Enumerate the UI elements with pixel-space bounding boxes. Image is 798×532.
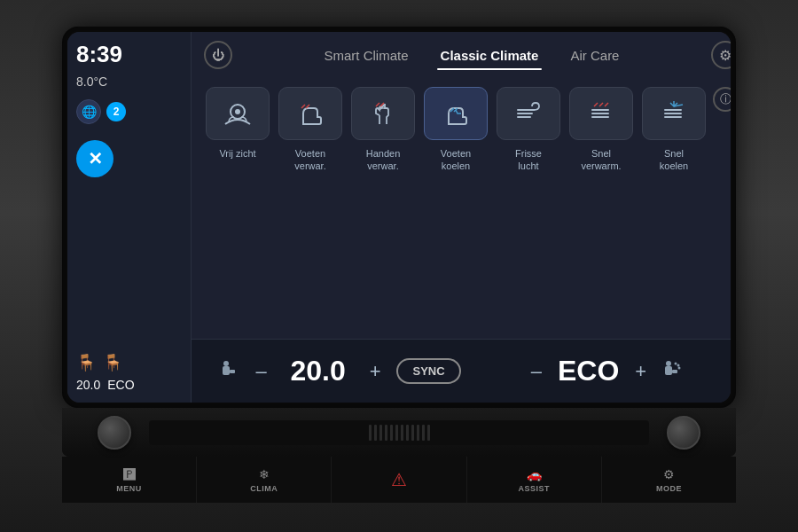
clima-icon: ❄	[259, 467, 270, 481]
time-display: 8:39	[76, 43, 182, 66]
sidebar: 8:39 8.0°C 🌐 2 ✕ 🪑 🪑 20.0 ECO	[67, 32, 192, 403]
sidebar-bottom: 🪑 🪑 20.0 ECO	[76, 353, 182, 392]
left-temp-control: – 20.0 + SYNC	[209, 355, 472, 387]
snel-verwarm-button[interactable]: Snelverwarm.	[569, 87, 633, 173]
seat-icons-row: 🪑 🪑	[76, 353, 182, 372]
clima-button[interactable]: ❄ CLIMA	[197, 457, 332, 503]
right-eco-plus[interactable]: +	[628, 356, 653, 387]
top-bar: ⏻ Smart Climate Classic Climate Air Care…	[192, 32, 731, 74]
tab-smart-climate[interactable]: Smart Climate	[309, 43, 425, 68]
menu-label: MENU	[116, 484, 142, 493]
vent-slot	[427, 425, 430, 441]
info-button[interactable]: ⓘ	[713, 87, 731, 112]
svg-rect-6	[672, 370, 677, 373]
sidebar-eco-mode: ECO	[107, 378, 134, 392]
vent-slot	[379, 425, 382, 441]
voeten-koelen-icon	[424, 87, 488, 140]
snel-koelen-label: Snelkoelen	[660, 147, 688, 173]
svg-point-1	[235, 109, 240, 114]
assist-label: ASSIST	[518, 484, 550, 493]
seat-fan-icon: 🪑	[103, 353, 122, 372]
right-eco-minus[interactable]: –	[524, 356, 549, 387]
left-temp-plus[interactable]: +	[363, 356, 388, 387]
mode-label: MODE	[656, 484, 682, 493]
right-eco-value: ECO	[558, 355, 619, 387]
hazard-button[interactable]: ⚠	[332, 457, 466, 503]
power-button[interactable]: ⏻	[204, 41, 232, 69]
sync-button[interactable]: SYNC	[396, 358, 460, 384]
vrij-zicht-icon	[206, 87, 270, 140]
vrij-zicht-button[interactable]: Vrij zicht	[206, 87, 270, 173]
svg-point-7	[666, 361, 671, 366]
voeten-verwar-label: Voetenverwar.	[294, 147, 325, 173]
screen: 8:39 8.0°C 🌐 2 ✕ 🪑 🪑 20.0 ECO	[67, 32, 731, 403]
snel-verwarm-label: Snelverwarm.	[581, 147, 621, 173]
seat-heat-icon: 🪑	[76, 353, 96, 372]
svg-point-9	[677, 364, 680, 366]
handen-verwar-icon	[351, 87, 415, 140]
notification-badge: 2	[106, 102, 126, 121]
tab-air-care[interactable]: Air Care	[554, 43, 635, 68]
vent-slot	[422, 425, 425, 441]
left-seat-icon	[220, 359, 239, 384]
control-bar: – 20.0 + SYNC – ECO +	[192, 339, 731, 403]
snel-koelen-button[interactable]: Snelkoelen	[642, 87, 706, 173]
right-eco-control: – ECO +	[472, 355, 731, 387]
vent-slot	[417, 425, 419, 441]
svg-point-4	[223, 361, 229, 366]
vent-slot	[390, 425, 393, 441]
knob-area	[62, 408, 736, 457]
frisse-lucht-button[interactable]: Frisselucht	[497, 87, 560, 173]
assist-icon: 🚗	[527, 467, 542, 481]
main-content: ⏻ Smart Climate Classic Climate Air Care…	[192, 32, 731, 403]
mode-button[interactable]: ⚙ MODE	[602, 457, 736, 503]
climate-buttons-grid: Vrij zicht Voetenverwar.	[206, 87, 706, 173]
mode-icon: ⚙	[663, 467, 675, 481]
tab-classic-climate[interactable]: Classic Climate	[425, 43, 555, 68]
svg-point-10	[678, 366, 681, 369]
hazard-icon: ⚠	[391, 469, 407, 490]
right-knob[interactable]	[667, 416, 700, 450]
frisse-lucht-icon	[497, 87, 560, 140]
vent-slot	[401, 425, 403, 441]
physical-controls	[62, 408, 736, 457]
globe-icon: 🌐	[76, 99, 101, 124]
voeten-verwar-button[interactable]: Voetenverwar.	[278, 87, 342, 173]
handen-verwar-label: Handenverwar.	[366, 147, 401, 173]
info-container: ⓘ	[713, 87, 731, 112]
vent-strip	[149, 420, 649, 445]
sidebar-temp-value: 20.0	[76, 378, 100, 392]
car-frame: 8:39 8.0°C 🌐 2 ✕ 🪑 🪑 20.0 ECO	[0, 0, 798, 532]
handen-verwar-button[interactable]: Handenverwar.	[351, 87, 415, 173]
snel-verwarm-icon	[569, 87, 633, 140]
svg-rect-3	[230, 370, 235, 373]
snel-koelen-icon	[642, 87, 706, 140]
voeten-koelen-button[interactable]: Voetenkoelen	[424, 87, 488, 173]
vent-slot	[369, 425, 372, 441]
left-temp-minus[interactable]: –	[248, 356, 273, 387]
left-temp-value: 20.0	[283, 355, 354, 387]
vent-slot	[374, 425, 377, 441]
svg-point-8	[675, 362, 677, 364]
svg-rect-5	[665, 366, 672, 375]
right-seat-icon	[662, 359, 682, 384]
vent-slot	[395, 425, 398, 441]
sidebar-temp-row: 20.0 ECO	[76, 378, 182, 392]
vent-slot	[385, 425, 387, 441]
badge-row: 🌐 2	[76, 99, 182, 124]
climate-area: Vrij zicht Voetenverwar.	[192, 74, 731, 339]
menu-icon: 🅿	[123, 467, 136, 481]
left-knob[interactable]	[98, 416, 131, 450]
vent-slot	[411, 425, 414, 441]
menu-button[interactable]: 🅿 MENU	[62, 457, 197, 503]
vent-slot	[406, 425, 409, 441]
vrij-zicht-label: Vrij zicht	[219, 147, 255, 160]
settings-button[interactable]: ⚙	[711, 41, 731, 69]
climate-buttons-row: Vrij zicht Voetenverwar.	[206, 87, 731, 173]
svg-rect-2	[223, 366, 230, 375]
bottom-buttons: 🅿 MENU ❄ CLIMA ⚠ 🚗 ASSIST ⚙ MODE	[62, 457, 736, 503]
assist-button[interactable]: 🚗 ASSIST	[467, 457, 602, 503]
close-button[interactable]: ✕	[76, 140, 113, 177]
tab-bar: Smart Climate Classic Climate Air Care	[309, 43, 636, 68]
voeten-koelen-label: Voetenkoelen	[441, 147, 471, 173]
